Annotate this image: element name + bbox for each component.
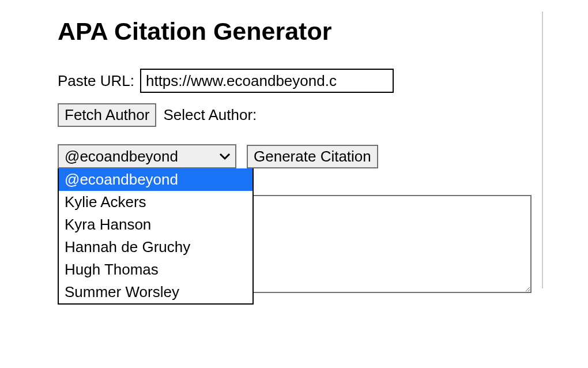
page-title: APA Citation Generator xyxy=(58,17,588,46)
author-option[interactable]: @ecoandbeyond xyxy=(59,168,252,191)
select-row: @ecoandbeyond @ecoandbeyond Kylie Ackers… xyxy=(58,144,588,168)
author-option[interactable]: Summer Worsley xyxy=(59,281,252,303)
author-dropdown-list: @ecoandbeyond Kylie Ackers Kyra Hanson H… xyxy=(58,168,254,305)
app-container: APA Citation Generator Paste URL: Fetch … xyxy=(0,0,588,368)
author-option[interactable]: Hugh Thomas xyxy=(59,258,252,281)
select-author-label: Select Author: xyxy=(163,106,257,124)
author-option[interactable]: Kylie Ackers xyxy=(59,191,252,213)
author-select[interactable]: @ecoandbeyond xyxy=(58,144,236,168)
author-select-wrapper: @ecoandbeyond @ecoandbeyond Kylie Ackers… xyxy=(58,144,236,168)
fetch-author-button[interactable]: Fetch Author xyxy=(58,103,156,127)
generate-citation-button[interactable]: Generate Citation xyxy=(247,145,378,168)
author-option[interactable]: Hannah de Gruchy xyxy=(59,236,252,258)
fetch-row: Fetch Author Select Author: xyxy=(58,103,588,127)
author-select-value: @ecoandbeyond xyxy=(65,148,178,166)
author-option[interactable]: Kyra Hanson xyxy=(59,213,252,236)
chevron-down-icon xyxy=(219,151,231,162)
url-input[interactable] xyxy=(140,69,394,93)
url-label: Paste URL: xyxy=(58,72,134,90)
url-row: Paste URL: xyxy=(58,69,588,93)
